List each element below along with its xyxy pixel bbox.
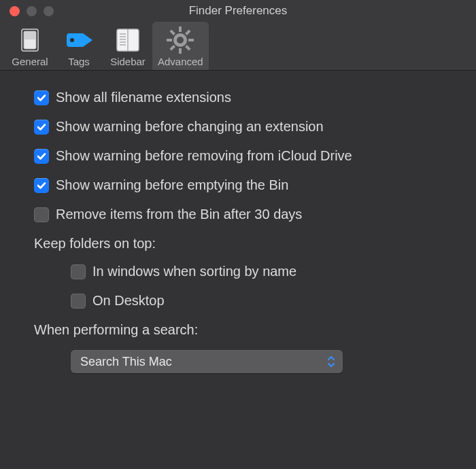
window-controls [0, 6, 54, 16]
titlebar: Finder Preferences [0, 0, 476, 22]
checkbox-on-desktop[interactable] [71, 294, 86, 309]
search-scope-dropdown[interactable]: Search This Mac [71, 350, 343, 373]
checkbox-warn-change-ext-row: Show warning before changing an extensio… [34, 119, 449, 135]
svg-rect-16 [185, 29, 190, 35]
tab-sidebar-label: Sidebar [110, 56, 146, 67]
svg-rect-2 [24, 31, 36, 39]
checkbox-remove-30-days-row: Remove items from the Bin after 30 days [34, 207, 449, 222]
svg-rect-12 [179, 27, 182, 32]
checkbox-remove-30-days-label: Remove items from the Bin after 30 days [56, 207, 302, 222]
tab-tags-label: Tags [68, 56, 90, 67]
tab-tags[interactable]: Tags [54, 22, 103, 70]
checkbox-in-windows[interactable] [71, 264, 86, 279]
checkmark-icon [37, 122, 46, 132]
tab-general-label: General [12, 56, 48, 67]
content-pane: Show all filename extensions Show warnin… [0, 71, 476, 373]
search-scope-selected: Search This Mac [80, 355, 172, 369]
chevron-up-down-icon [325, 354, 337, 369]
switch-icon [11, 26, 49, 54]
tag-icon [60, 26, 98, 54]
checkbox-warn-icloud-remove-label: Show warning before removing from iCloud… [56, 148, 352, 164]
keep-folders-header: Keep folders on top: [34, 236, 449, 251]
checkbox-show-extensions[interactable] [34, 90, 49, 105]
checkbox-on-desktop-label: On Desktop [92, 293, 165, 309]
svg-point-3 [70, 38, 74, 42]
svg-rect-15 [188, 39, 194, 41]
checkmark-icon [37, 152, 46, 161]
svg-rect-13 [179, 48, 182, 54]
checkbox-warn-change-ext-label: Show warning before changing an extensio… [56, 119, 324, 135]
minimize-window-button[interactable] [27, 6, 37, 16]
svg-rect-14 [167, 39, 172, 41]
svg-point-20 [177, 37, 184, 44]
checkbox-in-windows-row: In windows when sorting by name [34, 264, 449, 279]
svg-rect-19 [185, 45, 190, 50]
svg-rect-18 [170, 29, 175, 35]
checkbox-remove-30-days[interactable] [34, 207, 49, 222]
checkbox-warn-icloud-remove-row: Show warning before removing from iCloud… [34, 148, 449, 164]
checkbox-on-desktop-row: On Desktop [34, 293, 449, 309]
search-header: When performing a search: [34, 322, 449, 338]
checkbox-warn-change-ext[interactable] [34, 120, 49, 135]
svg-rect-17 [170, 45, 175, 50]
tab-general[interactable]: General [5, 22, 54, 70]
checkbox-warn-empty-bin-row: Show warning before emptying the Bin [34, 177, 449, 193]
tab-advanced-label: Advanced [158, 56, 203, 67]
checkbox-show-extensions-row: Show all filename extensions [34, 90, 449, 105]
window-title: Finder Preferences [0, 4, 476, 18]
checkbox-in-windows-label: In windows when sorting by name [92, 264, 296, 279]
tab-sidebar[interactable]: Sidebar [103, 22, 152, 70]
gear-icon [161, 26, 199, 54]
toolbar: General Tags Sidebar [0, 22, 476, 71]
sidebar-icon [109, 26, 147, 54]
checkbox-warn-empty-bin-label: Show warning before emptying the Bin [56, 177, 288, 193]
checkmark-icon [37, 181, 46, 190]
checkmark-icon [37, 93, 46, 103]
close-window-button[interactable] [10, 6, 20, 16]
tab-advanced[interactable]: Advanced [152, 22, 209, 70]
checkbox-warn-icloud-remove[interactable] [34, 149, 49, 164]
checkbox-warn-empty-bin[interactable] [34, 178, 49, 193]
zoom-window-button[interactable] [44, 6, 54, 16]
checkbox-show-extensions-label: Show all filename extensions [56, 90, 231, 105]
